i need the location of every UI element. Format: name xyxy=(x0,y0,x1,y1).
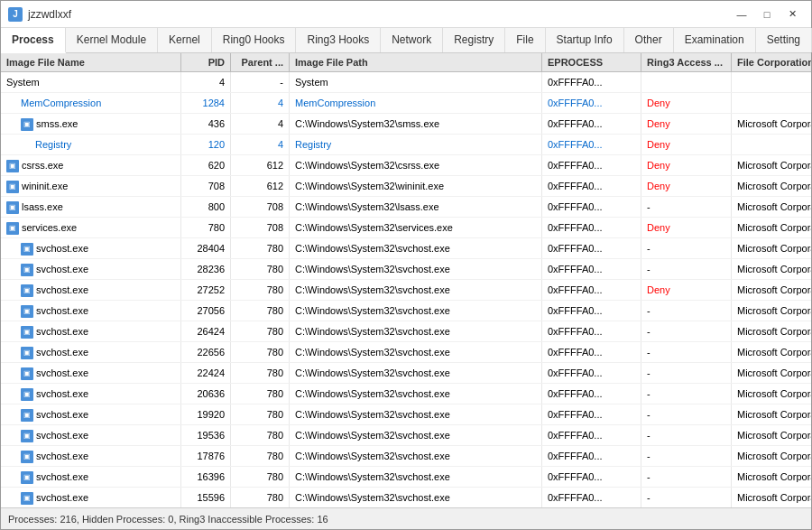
process-name: svchost.exe xyxy=(36,451,88,461)
process-name: svchost.exe xyxy=(36,305,88,316)
cell-pid: 27252 xyxy=(181,280,231,300)
cell-corp: Microsoft Corporation xyxy=(732,425,811,445)
table-row[interactable]: ▣svchost.exe26424780C:\Windows\System32\… xyxy=(1,321,811,342)
minimize-button[interactable]: — xyxy=(730,5,753,23)
col-header-ring3[interactable]: Ring3 Access ... xyxy=(641,53,732,71)
cell-path: C:\Windows\System32\wininit.exe xyxy=(290,176,542,196)
cell-parent: 708 xyxy=(231,218,290,237)
col-header-name[interactable]: Image File Name xyxy=(1,53,181,71)
table-row[interactable]: ▣wininit.exe708612C:\Windows\System32\wi… xyxy=(1,176,811,197)
cell-name: ▣svchost.exe xyxy=(1,238,181,258)
cell-name: System xyxy=(1,72,181,92)
cell-ring3: Deny xyxy=(641,114,732,134)
process-name: svchost.exe xyxy=(36,264,88,274)
cell-pid: 19920 xyxy=(181,404,231,424)
process-icon: ▣ xyxy=(21,326,33,339)
table-row[interactable]: ▣svchost.exe19920780C:\Windows\System32\… xyxy=(1,404,811,425)
cell-pid: 620 xyxy=(181,155,231,175)
table-row[interactable]: ▣svchost.exe17876780C:\Windows\System32\… xyxy=(1,446,811,467)
menu-item-startup-info[interactable]: Startup Info xyxy=(546,28,624,52)
col-header-parent[interactable]: Parent ... xyxy=(231,53,290,71)
menu-item-kernel[interactable]: Kernel xyxy=(158,28,212,52)
cell-parent: 4 xyxy=(231,135,290,154)
table-row[interactable]: ▣svchost.exe16396780C:\Windows\System32\… xyxy=(1,467,811,488)
cell-eprocess: 0xFFFFA0... xyxy=(542,363,641,383)
process-name: svchost.exe xyxy=(36,492,88,503)
menu-item-process[interactable]: Process xyxy=(1,28,66,53)
cell-corp: Microsoft Corporation xyxy=(732,280,811,300)
close-button[interactable]: ✕ xyxy=(780,5,804,23)
cell-path: C:\Windows\System32\svchost.exe xyxy=(290,384,542,404)
cell-name: ▣svchost.exe xyxy=(1,301,181,321)
table-row[interactable]: ▣svchost.exe22656780C:\Windows\System32\… xyxy=(1,342,811,363)
col-header-eprocess[interactable]: EPROCESS xyxy=(542,53,641,71)
cell-parent: 612 xyxy=(231,176,290,196)
process-icon: ▣ xyxy=(21,471,33,484)
table-row[interactable]: ▣smss.exe4364C:\Windows\System32\smss.ex… xyxy=(1,114,811,135)
cell-path: System xyxy=(290,72,542,92)
table-row[interactable]: ▣svchost.exe19536780C:\Windows\System32\… xyxy=(1,425,811,446)
process-icon: ▣ xyxy=(21,388,33,401)
table-row[interactable]: ▣svchost.exe27056780C:\Windows\System32\… xyxy=(1,301,811,321)
menu-item-kernel-module[interactable]: Kernel Module xyxy=(66,28,158,52)
cell-ring3 xyxy=(641,72,732,92)
cell-corp: Microsoft Corporation xyxy=(732,238,811,258)
col-header-pid[interactable]: PID xyxy=(181,53,231,71)
cell-pid: 120 xyxy=(181,135,231,154)
cell-eprocess: 0xFFFFA0... xyxy=(542,197,641,217)
table-row[interactable]: ▣services.exe780708C:\Windows\System32\s… xyxy=(1,218,811,238)
process-name: smss.exe xyxy=(36,118,78,129)
table-row[interactable]: ▣svchost.exe22424780C:\Windows\System32\… xyxy=(1,363,811,384)
maximize-button[interactable]: □ xyxy=(755,5,779,23)
cell-corp: Microsoft Corporation xyxy=(732,197,811,217)
main-content: Image File Name PID Parent ... Image Fil… xyxy=(1,53,811,507)
menu-item-network[interactable]: Network xyxy=(381,28,443,52)
cell-name: ▣wininit.exe xyxy=(1,176,181,196)
process-name: System xyxy=(6,77,40,88)
cell-path: C:\Windows\System32\lsass.exe xyxy=(290,197,542,217)
table-row[interactable]: ▣svchost.exe20636780C:\Windows\System32\… xyxy=(1,384,811,404)
cell-eprocess: 0xFFFFA0... xyxy=(542,488,641,507)
cell-eprocess: 0xFFFFA0... xyxy=(542,467,641,487)
cell-corp: Microsoft Corporation xyxy=(732,155,811,175)
menu-item-other[interactable]: Other xyxy=(624,28,674,52)
cell-corp: Microsoft Corporation xyxy=(732,404,811,424)
cell-ring3: - xyxy=(641,301,732,321)
menu-item-registry[interactable]: Registry xyxy=(443,28,505,52)
cell-ring3: Deny xyxy=(641,218,732,237)
table-row[interactable]: Registry1204Registry0xFFFFA0...Deny xyxy=(1,135,811,155)
cell-ring3: Deny xyxy=(641,135,732,154)
cell-name: MemCompression xyxy=(1,93,181,113)
cell-ring3: - xyxy=(641,321,732,341)
cell-corp xyxy=(732,135,811,154)
cell-corp: Microsoft Corporation xyxy=(732,342,811,362)
cell-parent: 780 xyxy=(231,321,290,341)
cell-eprocess: 0xFFFFA0... xyxy=(542,404,641,424)
cell-corp: Microsoft Corporation xyxy=(732,218,811,237)
cell-ring3: Deny xyxy=(641,280,732,300)
menu-item-ring0-hooks[interactable]: Ring0 Hooks xyxy=(212,28,297,52)
menu-item-setting[interactable]: Setting xyxy=(756,28,812,52)
process-name: svchost.exe xyxy=(36,471,88,482)
cell-parent: 780 xyxy=(231,384,290,404)
table-row[interactable]: ▣svchost.exe28404780C:\Windows\System32\… xyxy=(1,238,811,259)
cell-pid: 22656 xyxy=(181,342,231,362)
table-row[interactable]: ▣csrss.exe620612C:\Windows\System32\csrs… xyxy=(1,155,811,176)
cell-eprocess: 0xFFFFA0... xyxy=(542,259,641,279)
table-row[interactable]: ▣svchost.exe15596780C:\Windows\System32\… xyxy=(1,488,811,507)
table-row[interactable]: ▣svchost.exe27252780C:\Windows\System32\… xyxy=(1,280,811,301)
cell-pid: 436 xyxy=(181,114,231,134)
table-row[interactable]: MemCompression12844MemCompression0xFFFFA… xyxy=(1,93,811,114)
menu-item-examination[interactable]: Examination xyxy=(674,28,756,52)
table-row[interactable]: System4-System0xFFFFA0... xyxy=(1,72,811,93)
menu-item-file[interactable]: File xyxy=(505,28,545,52)
table-row[interactable]: ▣lsass.exe800708C:\Windows\System32\lsas… xyxy=(1,197,811,218)
table-row[interactable]: ▣svchost.exe28236780C:\Windows\System32\… xyxy=(1,259,811,280)
col-header-path[interactable]: Image File Path xyxy=(290,53,542,71)
table-body[interactable]: System4-System0xFFFFA0...MemCompression1… xyxy=(1,72,811,507)
menu-item-ring3-hooks[interactable]: Ring3 Hooks xyxy=(296,28,381,52)
col-header-corp[interactable]: File Corporation xyxy=(732,53,811,71)
cell-path: C:\Windows\System32\svchost.exe xyxy=(290,321,542,341)
app-icon: J xyxy=(8,7,23,22)
cell-corp: Microsoft Corporation xyxy=(732,467,811,487)
